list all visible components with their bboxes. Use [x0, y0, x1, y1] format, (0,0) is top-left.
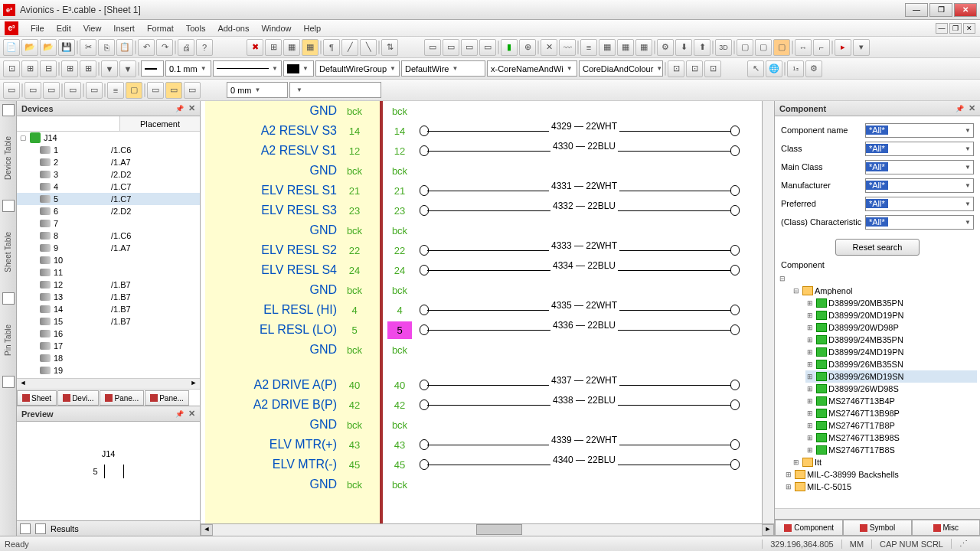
part-node[interactable]: ⊞D38999/26WD98S — [805, 383, 977, 395]
sheet-tab[interactable]: Pane... — [145, 390, 189, 406]
polyline-icon[interactable]: ╲ — [360, 39, 377, 56]
menu-insert[interactable]: Insert — [107, 22, 141, 34]
pin-row[interactable]: 13/1.B7 — [17, 291, 200, 303]
grid-icon[interactable]: ⊞ — [265, 39, 282, 56]
pin-row[interactable]: 8/1.C6 — [17, 230, 200, 242]
filter-icon[interactable]: ▼ — [101, 60, 118, 77]
line-icon[interactable]: ╱ — [341, 39, 358, 56]
v6-icon[interactable]: ≡ — [107, 82, 124, 99]
wire-combo[interactable]: DefaultWire▼ — [401, 60, 485, 77]
mode2-icon[interactable]: ⊞ — [21, 60, 38, 77]
pin-row[interactable]: 15/1.B7 — [17, 315, 200, 328]
signal-row[interactable]: GNDbckbck — [205, 415, 756, 435]
v8-icon[interactable]: ▭ — [147, 82, 164, 99]
part-node[interactable]: ⊞D38999/24MB35PN — [805, 334, 977, 346]
signal-row[interactable]: GNDbckbck — [205, 280, 756, 300]
bar1-icon[interactable]: ≡ — [580, 39, 597, 56]
pin-row[interactable]: 19 — [17, 364, 200, 377]
results-icon1[interactable] — [20, 523, 31, 534]
preview-close-icon[interactable]: ✕ — [188, 409, 195, 419]
menu-help[interactable]: Help — [298, 22, 328, 34]
part-node[interactable]: ⊞D38999/26MD19SN — [805, 370, 977, 383]
menu-view[interactable]: View — [77, 22, 108, 34]
comp-field-manufacturer[interactable]: *All*▼ — [865, 178, 974, 193]
globe-icon[interactable]: 🌐 — [766, 60, 782, 77]
results-tab[interactable]: Results — [51, 524, 79, 533]
hscroll-right[interactable]: ► — [188, 379, 200, 389]
target-icon[interactable]: ⊕ — [519, 39, 536, 56]
pin-row[interactable]: 10 — [17, 254, 200, 266]
tree-itt[interactable]: ⊞Itt — [792, 456, 977, 468]
save-icon[interactable]: 💾 — [58, 39, 75, 56]
help-icon[interactable]: ? — [196, 39, 213, 56]
menu-file[interactable]: File — [24, 22, 51, 34]
child-restore-button[interactable]: ❐ — [949, 23, 962, 34]
last-icon[interactable]: ▾ — [853, 39, 870, 56]
comp-tab-component[interactable]: Component — [775, 520, 843, 536]
box2-icon[interactable]: ▢ — [755, 39, 772, 56]
grid5-icon[interactable]: ⊞ — [80, 60, 96, 77]
bar2-icon[interactable]: ▦ — [599, 39, 616, 56]
v7-icon[interactable]: ▢ — [126, 82, 142, 99]
cursor-icon[interactable]: ↖ — [747, 60, 764, 77]
copy-icon[interactable]: ⎘ — [98, 39, 115, 56]
comp-tab-misc[interactable]: Misc — [912, 520, 980, 536]
part-node[interactable]: ⊞D38999/20MB35PN — [805, 297, 977, 309]
cut-icon[interactable]: ✂ — [80, 39, 96, 56]
signal-row[interactable]: GNDbckbck — [205, 101, 756, 121]
signal-row[interactable]: ELV RESL S121214331 — 22WHT — [205, 181, 756, 201]
part-node[interactable]: ⊞D38999/20MD19PN — [805, 309, 977, 321]
view2-icon[interactable]: ▭ — [443, 39, 459, 56]
signal-row[interactable]: EL RESL (HI)444335 — 22WHT — [205, 300, 756, 320]
line-width-combo[interactable]: 0.1 mm▼ — [165, 60, 211, 77]
sheet-table-label[interactable]: Sheet Table — [4, 232, 12, 272]
comp-field-main-class[interactable]: *All*▼ — [865, 160, 974, 174]
device-root[interactable]: ▢ J14 — [17, 132, 200, 144]
resize-grip[interactable]: ⋰ — [951, 539, 975, 549]
delete-icon[interactable]: ✖ — [247, 39, 263, 56]
v4-icon[interactable]: ▭ — [64, 82, 81, 99]
canvas[interactable]: GNDbckbckA2 RESLV S314144329 — 22WHTA2 R… — [201, 101, 775, 536]
results-icon2[interactable] — [35, 523, 46, 534]
signal-row[interactable]: GNDbckbck — [205, 220, 756, 240]
n12-icon[interactable]: 1₂ — [787, 60, 804, 77]
open-icon[interactable]: 📂 — [21, 39, 38, 56]
child-minimize-button[interactable]: — — [936, 23, 948, 34]
signal-row[interactable]: GNDbckbck — [205, 161, 756, 181]
signal-row[interactable]: ELV MTR(-)45454340 — 22BLU — [205, 455, 756, 474]
canvas-vscroll[interactable] — [762, 101, 774, 523]
length2-combo[interactable]: ▼ — [289, 82, 381, 98]
part-node[interactable]: ⊞MS27467T13B98S — [805, 432, 977, 444]
pin-row[interactable]: 5/1.C7 — [17, 193, 200, 205]
view1-icon[interactable]: ▭ — [424, 39, 441, 56]
pin-row[interactable]: 1/1.C6 — [17, 144, 200, 156]
part-node[interactable]: ⊞D38999/24MD19PN — [805, 346, 977, 358]
pin-row[interactable]: 18 — [17, 352, 200, 364]
dl-icon[interactable]: ⬇ — [675, 39, 692, 56]
signal-row[interactable]: A2 RESLV S112124330 — 22BLU — [205, 141, 756, 161]
bar3-icon[interactable]: ▦ — [617, 39, 634, 56]
pin-row[interactable]: 9/1.A7 — [17, 242, 200, 254]
v10-icon[interactable]: ▭ — [184, 82, 201, 99]
maximize-button[interactable]: ❐ — [929, 3, 952, 17]
sheet-table-icon[interactable] — [2, 200, 15, 212]
tool-a-icon[interactable]: ▦ — [283, 39, 300, 56]
line-pattern-combo[interactable]: ▼ — [213, 60, 282, 77]
v5-icon[interactable]: ▭ — [86, 82, 103, 99]
v9-icon[interactable]: ▭ — [165, 82, 182, 99]
gear-icon[interactable]: ⚙ — [657, 39, 674, 56]
paste-icon[interactable]: 📋 — [116, 39, 133, 56]
signal-row[interactable]: ELV MTR(+)43434339 — 22WHT — [205, 435, 756, 455]
wt2-icon[interactable]: ⊡ — [686, 60, 703, 77]
up-icon[interactable]: ⬆ — [694, 39, 710, 56]
wt1-icon[interactable]: ⊡ — [668, 60, 684, 77]
comp-field-preferred[interactable]: *All*▼ — [865, 197, 974, 211]
child-close-button[interactable]: ✕ — [963, 23, 975, 34]
axis-icon[interactable]: ⌐ — [813, 39, 830, 56]
panel-close-icon[interactable]: ✕ — [188, 103, 195, 113]
device-table-label[interactable]: Device Table — [4, 136, 12, 180]
redo-icon[interactable]: ↷ — [156, 39, 173, 56]
pin-row[interactable]: 17 — [17, 340, 200, 352]
pin-icon[interactable]: 📌 — [175, 105, 184, 112]
signal-row[interactable]: A2 DRIVE A(P)40404337 — 22WHT — [205, 375, 756, 395]
